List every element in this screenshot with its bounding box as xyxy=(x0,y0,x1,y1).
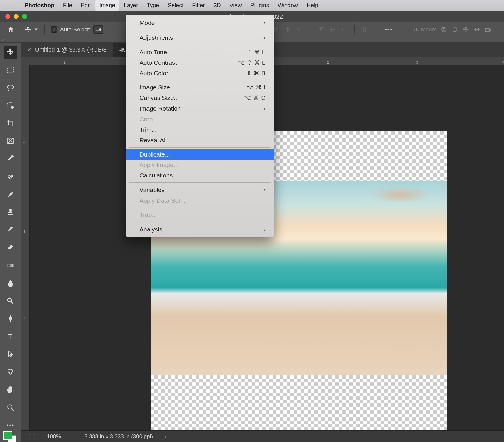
svg-rect-2 xyxy=(275,30,277,31)
zoom-tool[interactable] xyxy=(6,403,15,412)
blur-tool[interactable] xyxy=(6,278,15,288)
menu-item[interactable]: Auto Tone⇧ ⌘ L xyxy=(126,47,274,58)
menu-item[interactable]: Canvas Size...⌥ ⌘ C xyxy=(126,93,274,103)
menu-item[interactable]: Reveal All xyxy=(126,135,274,145)
3d-pan-icon[interactable] xyxy=(462,26,469,33)
menu-item[interactable]: Duplicate... xyxy=(126,149,274,160)
menu-item: Apply Image... xyxy=(126,160,274,170)
shape-tool[interactable] xyxy=(6,367,15,377)
stamp-tool[interactable] xyxy=(6,207,15,217)
menu-item[interactable]: Image Rotation› xyxy=(126,103,274,114)
svg-point-35 xyxy=(11,175,12,176)
minimize-window-icon[interactable] xyxy=(14,14,19,19)
ruler-vertical[interactable]: 0 1 2 3 xyxy=(21,65,30,430)
svg-point-22 xyxy=(442,29,446,30)
svg-rect-9 xyxy=(319,27,324,28)
3d-roll-icon[interactable] xyxy=(451,26,458,33)
svg-point-23 xyxy=(453,28,457,32)
menu-window[interactable]: Window xyxy=(274,0,302,11)
menu-item[interactable]: Auto Color⇧ ⌘ B xyxy=(126,68,274,78)
eyedropper-tool[interactable] xyxy=(6,154,15,163)
move-tool-indicator[interactable] xyxy=(22,26,41,33)
healing-tool[interactable] xyxy=(6,172,15,181)
menu-edit[interactable]: Edit xyxy=(76,0,95,11)
auto-select-checkbox[interactable]: ✓ xyxy=(51,26,57,33)
home-button[interactable] xyxy=(0,22,22,37)
menu-item[interactable]: Trim... xyxy=(126,125,274,135)
3d-slide-icon[interactable] xyxy=(473,26,480,33)
align-right-icon[interactable] xyxy=(295,26,302,33)
expand-panels-icon[interactable]: ›› xyxy=(2,37,5,42)
foreground-color[interactable] xyxy=(3,431,12,440)
svg-rect-25 xyxy=(8,67,13,73)
3d-orbit-icon[interactable] xyxy=(440,26,447,33)
home-icon xyxy=(7,26,15,33)
history-brush-tool[interactable] xyxy=(6,225,15,235)
zoom-level[interactable]: 100% xyxy=(47,433,61,440)
move-tool[interactable] xyxy=(4,46,17,59)
menu-item[interactable]: Analysis› xyxy=(126,224,274,235)
align-bottom-icon[interactable] xyxy=(340,26,347,33)
app-name[interactable]: Photoshop xyxy=(20,0,59,11)
apple-icon[interactable] xyxy=(5,0,14,11)
lasso-tool[interactable] xyxy=(6,83,15,92)
frame-tool[interactable] xyxy=(6,136,15,146)
menu-image[interactable]: Image xyxy=(95,0,119,11)
menu-help[interactable]: Help xyxy=(302,0,323,11)
align-left-icon[interactable] xyxy=(273,26,280,33)
auto-select-dropdown[interactable]: La xyxy=(93,25,103,34)
menu-plugins[interactable]: Plugins xyxy=(246,0,274,11)
hand-tool[interactable] xyxy=(6,385,15,394)
more-options-icon[interactable]: ••• xyxy=(385,26,393,33)
svg-rect-0 xyxy=(274,27,275,32)
align-middle-icon[interactable] xyxy=(329,26,336,33)
svg-rect-3 xyxy=(287,27,288,32)
align-top-icon[interactable] xyxy=(318,26,325,33)
svg-rect-17 xyxy=(344,29,344,31)
eraser-tool[interactable] xyxy=(6,243,15,252)
color-swatches[interactable] xyxy=(3,431,12,440)
menu-item[interactable]: Calculations... xyxy=(126,170,274,181)
svg-text:T: T xyxy=(8,333,12,340)
svg-rect-4 xyxy=(286,28,290,29)
path-select-tool[interactable] xyxy=(6,349,15,359)
menu-item[interactable]: Image Size...⌥ ⌘ I xyxy=(126,82,274,93)
menu-view[interactable]: View xyxy=(225,0,246,11)
svg-rect-12 xyxy=(330,29,335,30)
marquee-tool[interactable] xyxy=(6,65,15,75)
brush-tool[interactable] xyxy=(6,189,15,199)
quick-select-tool[interactable] xyxy=(6,100,15,110)
pen-tool[interactable] xyxy=(6,314,15,324)
menu-item[interactable]: Adjustments› xyxy=(126,32,274,43)
crop-tool[interactable] xyxy=(6,118,15,128)
status-preview-icon[interactable] xyxy=(29,433,35,440)
align-center-h-icon[interactable] xyxy=(284,26,291,33)
menu-item[interactable]: Auto Contrast⌥ ⇧ ⌘ L xyxy=(126,58,274,68)
distribute-icon[interactable] xyxy=(362,26,369,33)
3d-camera-icon[interactable] xyxy=(485,26,492,33)
dodge-tool[interactable] xyxy=(6,296,15,306)
gradient-tool[interactable] xyxy=(6,260,15,270)
menu-item: Trap... xyxy=(126,210,274,220)
svg-rect-16 xyxy=(342,28,343,31)
status-chevron-icon[interactable]: › xyxy=(165,433,166,440)
svg-point-37 xyxy=(8,298,11,302)
more-tools-icon[interactable]: ••• xyxy=(6,421,15,430)
document-info[interactable]: 3.333 in x 3.333 in (300 ppi) xyxy=(85,433,153,440)
document-tab[interactable]: × Untitled-1 @ 33.3% (RGB/8 xyxy=(21,43,113,57)
close-window-icon[interactable] xyxy=(5,14,10,19)
menu-3d[interactable]: 3D xyxy=(209,0,225,11)
menu-file[interactable]: File xyxy=(59,0,76,11)
svg-rect-18 xyxy=(363,27,364,32)
menu-type[interactable]: Type xyxy=(142,0,163,11)
menu-filter[interactable]: Filter xyxy=(188,0,209,11)
menu-layer[interactable]: Layer xyxy=(119,0,142,11)
close-tab-icon[interactable]: × xyxy=(28,46,31,53)
maximize-window-icon[interactable] xyxy=(22,14,27,19)
type-tool[interactable]: T xyxy=(6,332,15,341)
menu-item[interactable]: Variables› xyxy=(126,184,274,195)
menu-item[interactable]: Mode› xyxy=(126,17,274,28)
menu-select[interactable]: Select xyxy=(163,0,188,11)
svg-rect-44 xyxy=(30,434,35,439)
svg-line-41 xyxy=(11,408,14,411)
